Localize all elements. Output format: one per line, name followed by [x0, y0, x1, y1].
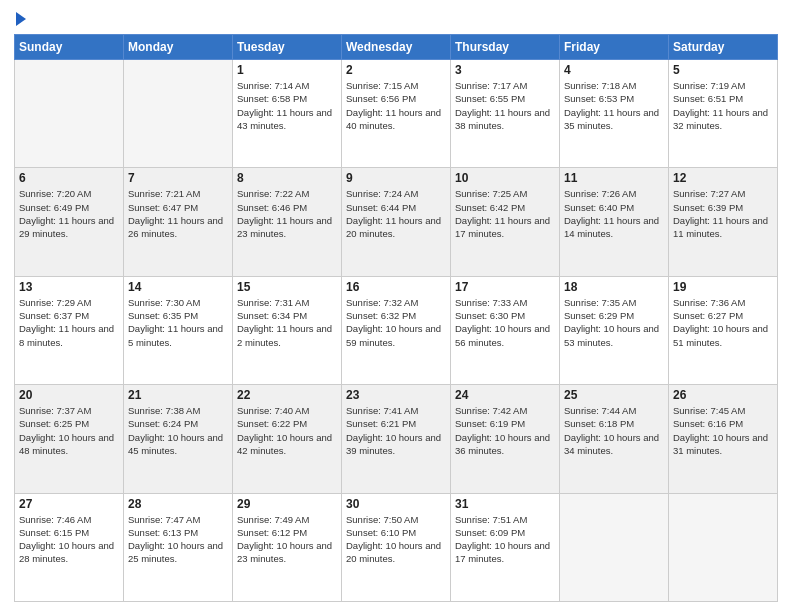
calendar-header-saturday: Saturday [669, 35, 778, 60]
day-info: Sunrise: 7:19 AM Sunset: 6:51 PM Dayligh… [673, 79, 773, 132]
calendar-cell: 16Sunrise: 7:32 AM Sunset: 6:32 PM Dayli… [342, 276, 451, 384]
day-info: Sunrise: 7:51 AM Sunset: 6:09 PM Dayligh… [455, 513, 555, 566]
day-number: 4 [564, 63, 664, 77]
calendar-cell: 19Sunrise: 7:36 AM Sunset: 6:27 PM Dayli… [669, 276, 778, 384]
day-number: 20 [19, 388, 119, 402]
day-number: 17 [455, 280, 555, 294]
page: SundayMondayTuesdayWednesdayThursdayFrid… [0, 0, 792, 612]
day-number: 31 [455, 497, 555, 511]
calendar-cell [669, 493, 778, 601]
header [14, 10, 778, 26]
day-number: 15 [237, 280, 337, 294]
day-info: Sunrise: 7:38 AM Sunset: 6:24 PM Dayligh… [128, 404, 228, 457]
day-info: Sunrise: 7:46 AM Sunset: 6:15 PM Dayligh… [19, 513, 119, 566]
calendar-cell: 15Sunrise: 7:31 AM Sunset: 6:34 PM Dayli… [233, 276, 342, 384]
calendar-cell: 27Sunrise: 7:46 AM Sunset: 6:15 PM Dayli… [15, 493, 124, 601]
calendar-week-row: 20Sunrise: 7:37 AM Sunset: 6:25 PM Dayli… [15, 385, 778, 493]
calendar-cell: 24Sunrise: 7:42 AM Sunset: 6:19 PM Dayli… [451, 385, 560, 493]
day-info: Sunrise: 7:20 AM Sunset: 6:49 PM Dayligh… [19, 187, 119, 240]
day-number: 3 [455, 63, 555, 77]
day-info: Sunrise: 7:15 AM Sunset: 6:56 PM Dayligh… [346, 79, 446, 132]
calendar-cell: 14Sunrise: 7:30 AM Sunset: 6:35 PM Dayli… [124, 276, 233, 384]
calendar-week-row: 1Sunrise: 7:14 AM Sunset: 6:58 PM Daylig… [15, 60, 778, 168]
calendar-table: SundayMondayTuesdayWednesdayThursdayFrid… [14, 34, 778, 602]
day-info: Sunrise: 7:24 AM Sunset: 6:44 PM Dayligh… [346, 187, 446, 240]
day-info: Sunrise: 7:29 AM Sunset: 6:37 PM Dayligh… [19, 296, 119, 349]
day-info: Sunrise: 7:44 AM Sunset: 6:18 PM Dayligh… [564, 404, 664, 457]
calendar-cell: 11Sunrise: 7:26 AM Sunset: 6:40 PM Dayli… [560, 168, 669, 276]
calendar-week-row: 27Sunrise: 7:46 AM Sunset: 6:15 PM Dayli… [15, 493, 778, 601]
day-info: Sunrise: 7:41 AM Sunset: 6:21 PM Dayligh… [346, 404, 446, 457]
day-info: Sunrise: 7:37 AM Sunset: 6:25 PM Dayligh… [19, 404, 119, 457]
calendar-cell: 10Sunrise: 7:25 AM Sunset: 6:42 PM Dayli… [451, 168, 560, 276]
day-number: 5 [673, 63, 773, 77]
day-number: 8 [237, 171, 337, 185]
day-number: 29 [237, 497, 337, 511]
day-info: Sunrise: 7:26 AM Sunset: 6:40 PM Dayligh… [564, 187, 664, 240]
day-info: Sunrise: 7:40 AM Sunset: 6:22 PM Dayligh… [237, 404, 337, 457]
day-number: 21 [128, 388, 228, 402]
day-info: Sunrise: 7:30 AM Sunset: 6:35 PM Dayligh… [128, 296, 228, 349]
day-number: 19 [673, 280, 773, 294]
calendar-cell: 13Sunrise: 7:29 AM Sunset: 6:37 PM Dayli… [15, 276, 124, 384]
day-info: Sunrise: 7:18 AM Sunset: 6:53 PM Dayligh… [564, 79, 664, 132]
day-info: Sunrise: 7:33 AM Sunset: 6:30 PM Dayligh… [455, 296, 555, 349]
calendar-cell: 20Sunrise: 7:37 AM Sunset: 6:25 PM Dayli… [15, 385, 124, 493]
day-info: Sunrise: 7:25 AM Sunset: 6:42 PM Dayligh… [455, 187, 555, 240]
day-number: 16 [346, 280, 446, 294]
calendar-cell: 21Sunrise: 7:38 AM Sunset: 6:24 PM Dayli… [124, 385, 233, 493]
day-number: 23 [346, 388, 446, 402]
calendar-cell: 9Sunrise: 7:24 AM Sunset: 6:44 PM Daylig… [342, 168, 451, 276]
calendar-cell: 4Sunrise: 7:18 AM Sunset: 6:53 PM Daylig… [560, 60, 669, 168]
day-number: 13 [19, 280, 119, 294]
day-number: 24 [455, 388, 555, 402]
calendar-header-wednesday: Wednesday [342, 35, 451, 60]
day-info: Sunrise: 7:21 AM Sunset: 6:47 PM Dayligh… [128, 187, 228, 240]
day-info: Sunrise: 7:50 AM Sunset: 6:10 PM Dayligh… [346, 513, 446, 566]
day-info: Sunrise: 7:22 AM Sunset: 6:46 PM Dayligh… [237, 187, 337, 240]
calendar-cell [124, 60, 233, 168]
calendar-cell: 31Sunrise: 7:51 AM Sunset: 6:09 PM Dayli… [451, 493, 560, 601]
day-info: Sunrise: 7:35 AM Sunset: 6:29 PM Dayligh… [564, 296, 664, 349]
day-number: 26 [673, 388, 773, 402]
day-number: 11 [564, 171, 664, 185]
calendar-cell: 29Sunrise: 7:49 AM Sunset: 6:12 PM Dayli… [233, 493, 342, 601]
day-info: Sunrise: 7:27 AM Sunset: 6:39 PM Dayligh… [673, 187, 773, 240]
day-info: Sunrise: 7:42 AM Sunset: 6:19 PM Dayligh… [455, 404, 555, 457]
calendar-header-thursday: Thursday [451, 35, 560, 60]
day-number: 6 [19, 171, 119, 185]
calendar-header-monday: Monday [124, 35, 233, 60]
calendar-header-friday: Friday [560, 35, 669, 60]
day-number: 27 [19, 497, 119, 511]
calendar-cell: 5Sunrise: 7:19 AM Sunset: 6:51 PM Daylig… [669, 60, 778, 168]
calendar-cell [15, 60, 124, 168]
calendar-cell: 1Sunrise: 7:14 AM Sunset: 6:58 PM Daylig… [233, 60, 342, 168]
calendar-cell: 23Sunrise: 7:41 AM Sunset: 6:21 PM Dayli… [342, 385, 451, 493]
day-number: 2 [346, 63, 446, 77]
logo-arrow-icon [16, 12, 26, 26]
calendar-cell: 18Sunrise: 7:35 AM Sunset: 6:29 PM Dayli… [560, 276, 669, 384]
calendar-week-row: 6Sunrise: 7:20 AM Sunset: 6:49 PM Daylig… [15, 168, 778, 276]
day-number: 14 [128, 280, 228, 294]
logo [14, 10, 26, 26]
calendar-cell: 25Sunrise: 7:44 AM Sunset: 6:18 PM Dayli… [560, 385, 669, 493]
calendar-cell: 2Sunrise: 7:15 AM Sunset: 6:56 PM Daylig… [342, 60, 451, 168]
calendar-header-tuesday: Tuesday [233, 35, 342, 60]
day-number: 25 [564, 388, 664, 402]
calendar-cell: 8Sunrise: 7:22 AM Sunset: 6:46 PM Daylig… [233, 168, 342, 276]
calendar-cell: 12Sunrise: 7:27 AM Sunset: 6:39 PM Dayli… [669, 168, 778, 276]
day-info: Sunrise: 7:36 AM Sunset: 6:27 PM Dayligh… [673, 296, 773, 349]
calendar-cell: 7Sunrise: 7:21 AM Sunset: 6:47 PM Daylig… [124, 168, 233, 276]
day-number: 9 [346, 171, 446, 185]
day-number: 7 [128, 171, 228, 185]
day-info: Sunrise: 7:31 AM Sunset: 6:34 PM Dayligh… [237, 296, 337, 349]
day-info: Sunrise: 7:32 AM Sunset: 6:32 PM Dayligh… [346, 296, 446, 349]
calendar-cell: 30Sunrise: 7:50 AM Sunset: 6:10 PM Dayli… [342, 493, 451, 601]
day-info: Sunrise: 7:14 AM Sunset: 6:58 PM Dayligh… [237, 79, 337, 132]
day-info: Sunrise: 7:17 AM Sunset: 6:55 PM Dayligh… [455, 79, 555, 132]
day-info: Sunrise: 7:45 AM Sunset: 6:16 PM Dayligh… [673, 404, 773, 457]
day-info: Sunrise: 7:49 AM Sunset: 6:12 PM Dayligh… [237, 513, 337, 566]
day-info: Sunrise: 7:47 AM Sunset: 6:13 PM Dayligh… [128, 513, 228, 566]
day-number: 22 [237, 388, 337, 402]
calendar-header-sunday: Sunday [15, 35, 124, 60]
